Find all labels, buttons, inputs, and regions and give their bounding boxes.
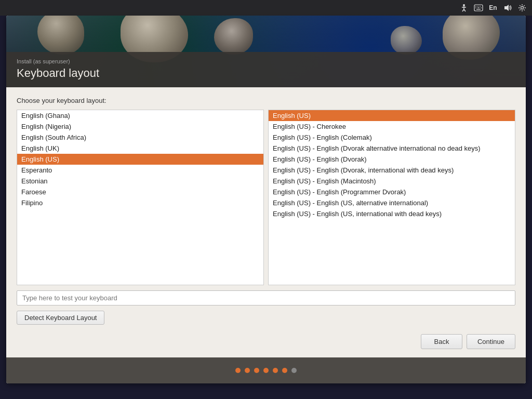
language-icon[interactable]: En: [487, 2, 499, 14]
list-item[interactable]: English (US) - English (US, alternative …: [269, 197, 515, 208]
progress-dot: [263, 368, 269, 373]
top-bar: En: [0, 0, 532, 16]
svg-point-0: [463, 4, 465, 6]
progress-dot: [235, 368, 241, 373]
list-item[interactable]: English (US) - English (Dvorak): [269, 154, 515, 165]
list-item[interactable]: English (US) - Cherokee: [269, 121, 515, 132]
installer-window: Install (as superuser) Keyboard layout C…: [6, 16, 526, 383]
detect-layout-button[interactable]: Detect Keyboard Layout: [17, 311, 104, 325]
continue-button[interactable]: Continue: [467, 334, 515, 349]
nav-buttons: Back Continue: [17, 330, 515, 351]
choose-label: Choose your keyboard layout:: [17, 97, 515, 104]
progress-dot: [273, 368, 278, 373]
variant-list[interactable]: English (US)English (US) - CherokeeEngli…: [268, 110, 515, 285]
list-item[interactable]: Esperanto: [17, 165, 263, 176]
page-title: Keyboard layout: [17, 66, 515, 80]
settings-icon[interactable]: [516, 2, 528, 14]
volume-icon[interactable]: [502, 2, 513, 14]
accessibility-icon[interactable]: [458, 2, 470, 14]
list-item[interactable]: English (US) - English (US, internationa…: [269, 208, 515, 219]
asteroid-3: [214, 18, 253, 55]
back-button[interactable]: Back: [421, 334, 462, 349]
installer-header: Install (as superuser) Keyboard layout: [6, 16, 526, 87]
keyboard-icon[interactable]: [473, 2, 484, 14]
lists-container: English (Ghana)English (Nigeria)English …: [17, 110, 515, 285]
language-list[interactable]: English (Ghana)English (Nigeria)English …: [17, 110, 264, 285]
list-item[interactable]: English (US) - English (Programmer Dvora…: [269, 187, 515, 197]
installer-footer: [6, 357, 526, 383]
list-item[interactable]: English (Ghana): [17, 110, 263, 121]
list-item[interactable]: Faroese: [17, 187, 263, 197]
test-input-area: [17, 290, 515, 305]
list-item[interactable]: English (UK): [17, 143, 263, 154]
list-item[interactable]: English (South Africa): [17, 132, 263, 143]
svg-line-4: [464, 9, 466, 11]
svg-marker-13: [504, 5, 509, 11]
install-label: Install (as superuser): [17, 58, 515, 64]
list-item[interactable]: English (US): [269, 110, 515, 121]
installer-content: Choose your keyboard layout: English (Gh…: [6, 87, 526, 357]
list-item[interactable]: English (US): [17, 154, 263, 165]
list-item[interactable]: English (US) - English (Macintosh): [269, 176, 515, 187]
asteroid-5: [391, 26, 422, 55]
list-item[interactable]: English (US) - English (Dvorak, internat…: [269, 165, 515, 176]
svg-point-14: [521, 7, 524, 9]
list-item[interactable]: Filipino: [17, 197, 263, 208]
progress-dot: [245, 368, 250, 373]
keyboard-test-input[interactable]: [17, 290, 515, 305]
progress-dot: [282, 368, 287, 373]
list-item[interactable]: English (US) - English (Dvorak alternati…: [269, 143, 515, 154]
progress-dot: [254, 368, 259, 373]
installer-title-area: Install (as superuser) Keyboard layout: [6, 52, 526, 87]
progress-dot: [291, 368, 297, 373]
list-item[interactable]: English (Nigeria): [17, 121, 263, 132]
list-item[interactable]: English (US) - English (Colemak): [269, 132, 515, 143]
list-item[interactable]: Estonian: [17, 176, 263, 187]
